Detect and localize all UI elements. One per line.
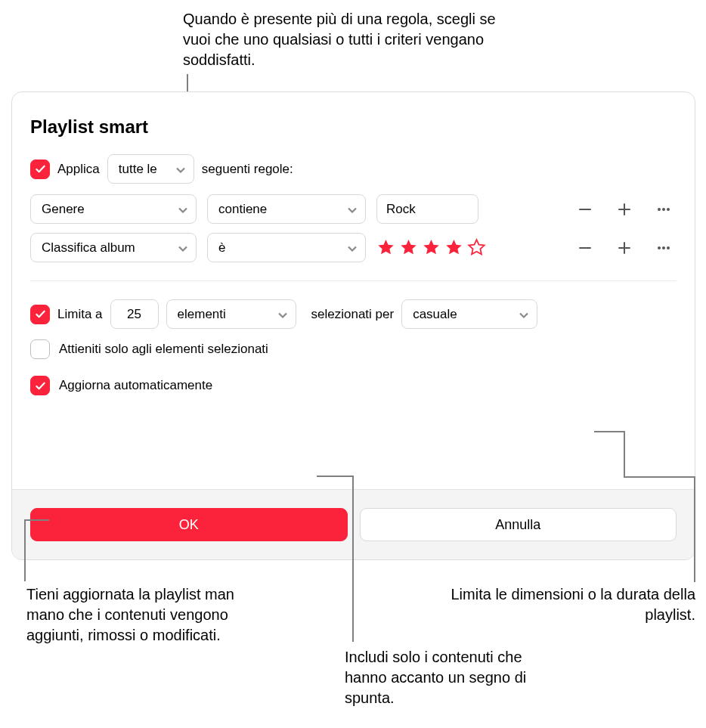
apply-suffix: seguenti regole: [202,162,293,177]
limit-checkbox[interactable] [30,305,50,324]
chevron-down-icon [178,243,188,253]
callout-line-br-h [594,431,624,432]
callout-line-bm-h [317,476,353,477]
limit-by-select[interactable]: casuale [401,299,537,329]
chevron-down-icon [277,309,288,320]
more-rule-button[interactable] [654,200,673,219]
ok-button[interactable]: OK [30,508,348,541]
limit-value-input[interactable]: 25 [110,299,159,329]
rule-row: Classifica album è [30,233,677,262]
rule-attribute-value: Classifica album [42,240,135,256]
options-section: Attieniti solo agli elementi selezionati… [30,339,677,395]
callout-bottom-left: Tieni aggiornata la playlist man mano ch… [26,584,253,646]
cancel-button[interactable]: Annulla [360,508,677,541]
star-filled-icon[interactable] [399,238,418,257]
live-update-row: Aggiorna automaticamente [30,376,677,395]
divider [30,280,677,281]
rule-star-rating[interactable] [376,238,509,257]
remove-rule-button[interactable] [575,238,595,258]
star-filled-icon[interactable] [422,238,441,257]
callout-top: Quando è presente più di una regola, sce… [183,9,527,70]
callout-line-bl [24,521,26,581]
add-rule-button[interactable] [615,238,634,258]
rule-operator-value: è [218,240,225,256]
limit-label: Limita a [57,307,103,322]
match-mode-value: tutte le [119,162,157,177]
rule-attribute-select[interactable]: Genere [30,194,197,224]
svg-point-5 [667,208,670,211]
remove-rule-button[interactable] [575,200,595,219]
limit-row: Limita a 25 elementi selezionati per cas… [30,299,677,329]
add-rule-button[interactable] [615,200,634,219]
dialog-title: Playlist smart [30,116,677,138]
svg-point-10 [662,246,665,249]
limit-unit-value: elementi [178,307,226,322]
live-update-label: Aggiorna automaticamente [59,378,212,393]
rule-operator-select[interactable]: è [207,233,366,262]
match-mode-select[interactable]: tutte le [107,154,194,184]
only-checked-label: Attieniti solo agli elementi selezionati [59,342,268,357]
rule-value-text: Rock [386,202,416,217]
limit-by-value: casuale [413,307,457,322]
limit-mid-label: selezionati per [311,307,395,322]
limit-unit-select[interactable]: elementi [166,299,296,329]
star-filled-icon[interactable] [444,238,463,257]
chevron-down-icon [347,243,358,253]
apply-label: Applica [57,162,100,177]
callout-line-bl-h [24,519,49,521]
svg-point-3 [658,208,661,211]
apply-row: Applica tutte le seguenti regole: [30,154,677,184]
only-checked-checkbox[interactable] [30,339,50,359]
callout-line-bm [352,476,354,642]
rule-operator-value: contiene [218,202,267,217]
callout-bottom-mid: Includi solo i contenuti che hanno accan… [345,647,556,708]
rule-value-input[interactable]: Rock [376,194,478,224]
star-empty-icon[interactable] [467,238,486,257]
rule-attribute-select[interactable]: Classifica album [30,233,197,262]
chevron-down-icon [175,164,186,175]
callout-line-br-v2 [694,476,695,582]
rule-row: Genere contiene Rock [30,194,677,224]
chevron-down-icon [347,204,358,215]
rules-list: Genere contiene Rock [30,194,677,262]
chevron-down-icon [519,309,529,320]
live-update-checkbox[interactable] [30,376,50,395]
callout-line-br-h2 [624,476,695,478]
star-filled-icon[interactable] [376,238,395,257]
more-rule-button[interactable] [654,238,673,258]
svg-point-4 [662,208,665,211]
rule-attribute-value: Genere [42,202,85,217]
svg-point-11 [667,246,670,249]
rule-operator-select[interactable]: contiene [207,194,366,224]
limit-value-text: 25 [127,307,141,322]
chevron-down-icon [178,204,188,215]
callout-line-br-v1 [624,431,625,476]
apply-checkbox[interactable] [30,160,50,179]
svg-point-9 [658,246,661,249]
callout-bottom-right: Limita le dimensioni o la durata della p… [438,584,695,625]
only-checked-row: Attieniti solo agli elementi selezionati [30,339,677,359]
